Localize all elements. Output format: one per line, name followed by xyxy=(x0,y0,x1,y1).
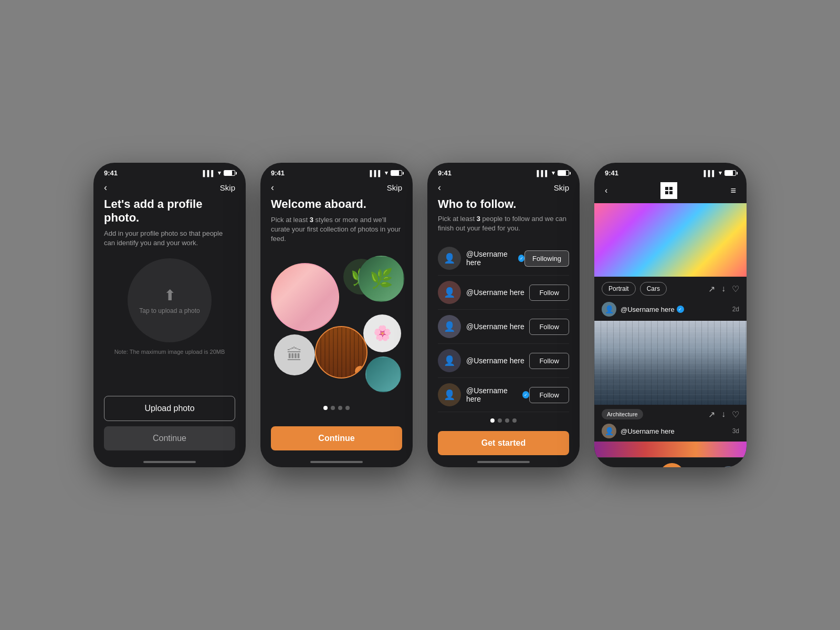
dot-3-3 xyxy=(505,418,509,423)
screens-container: 9:41 ▌▌▌ ▾ ‹ Skip Let's add a profile ph… xyxy=(72,142,768,488)
following-button-1[interactable]: Following xyxy=(524,250,569,267)
dot-3-4 xyxy=(512,418,517,423)
get-started-button[interactable]: Get started xyxy=(438,431,569,455)
tap-upload-label: Tap to upload a photo xyxy=(139,307,200,314)
battery-icon-4 xyxy=(724,170,736,176)
tag-portrait[interactable]: Portrait xyxy=(602,282,636,296)
download-icon[interactable]: ↓ xyxy=(721,284,726,293)
screen3-who-to-follow: 9:41 ▌▌▌ ▾ ‹ Skip Who to follow. Pick at… xyxy=(427,163,580,467)
dot-3-1 xyxy=(490,418,495,423)
style-circle-white-obj[interactable]: 🏛 xyxy=(274,334,315,375)
dot-3 xyxy=(338,406,342,410)
photo-upload-circle[interactable]: ⬆ Tap to upload a photo xyxy=(128,258,212,342)
arch-tag[interactable]: Architecture xyxy=(602,409,643,419)
username-1: @Username here ✓ xyxy=(466,250,524,267)
continue-button-1[interactable]: Continue xyxy=(104,426,235,450)
time-1: 9:41 xyxy=(104,169,118,177)
screen1-content: Let's add a profile photo. Add in your p… xyxy=(93,197,246,457)
dot-4 xyxy=(345,406,350,410)
dots-indicator-2 xyxy=(271,406,402,410)
download-icon-2[interactable]: ↓ xyxy=(721,410,726,419)
screen2-welcome: 9:41 ▌▌▌ ▾ ‹ Skip Welcome aboard. Pick a… xyxy=(260,163,413,467)
screen2-content: Welcome aboard. Pick at least 3 styles o… xyxy=(260,197,413,457)
feed-user-row-1: 👤 @Username here ✓ 2d xyxy=(594,299,747,321)
signal-icon-3: ▌▌▌ xyxy=(537,170,549,176)
share-icon[interactable]: ↗ xyxy=(708,284,715,294)
tag-cars[interactable]: Cars xyxy=(640,282,667,296)
back-button-2[interactable]: ‹ xyxy=(271,182,274,193)
skip-button-1[interactable]: Skip xyxy=(220,183,235,192)
feed-bottom-nav: ⌂ + ♡ 👤 xyxy=(594,457,747,467)
follow-button-3[interactable]: Follow xyxy=(529,319,569,335)
nav-profile-button[interactable]: 👤 xyxy=(720,466,738,467)
follow-item-5: 👤 @Username here ✓ Follow xyxy=(438,378,569,412)
nav-bar-2: ‹ Skip xyxy=(260,179,413,197)
username-3: @Username here xyxy=(466,322,529,331)
wifi-icon-1: ▾ xyxy=(218,170,221,176)
verified-badge-1: ✓ xyxy=(518,255,524,262)
avatar-4: 👤 xyxy=(438,349,461,372)
share-icon-2[interactable]: ↗ xyxy=(708,410,715,419)
follow-button-4[interactable]: Follow xyxy=(529,353,569,369)
feed-user-row-2: 👤 @Username here 3d xyxy=(594,422,747,442)
selected-check-icon: ✓ xyxy=(355,366,365,376)
upload-photo-button[interactable]: Upload photo xyxy=(104,396,235,421)
avatar-3: 👤 xyxy=(438,315,461,338)
feed-time-1: 2d xyxy=(732,306,739,313)
battery-icon-3 xyxy=(558,170,569,176)
status-bar-4: 9:41 ▌▌▌ ▾ xyxy=(594,163,747,179)
wifi-icon-3: ▾ xyxy=(552,170,555,176)
feed-actions: ↗ ↓ ♡ xyxy=(708,284,739,294)
follow-list: 👤 @Username here ✓ Following 👤 @Username… xyxy=(438,242,569,412)
back-button-3[interactable]: ‹ xyxy=(438,182,441,193)
username-2: @Username here xyxy=(466,288,529,297)
home-indicator-3 xyxy=(427,457,580,467)
nav-like-button[interactable]: ♡ xyxy=(691,465,712,467)
nav-search-button[interactable] xyxy=(632,465,653,467)
style-circle-white-plant[interactable]: 🌸 xyxy=(363,314,401,352)
feed-logo-icon xyxy=(660,182,677,199)
dot-2 xyxy=(331,406,335,410)
nav-add-button[interactable]: + xyxy=(660,463,684,467)
nav-home-button[interactable]: ⌂ xyxy=(603,465,624,467)
style-circle-tropical[interactable]: 🌿 xyxy=(358,256,404,302)
style-circle-teal[interactable] xyxy=(365,356,401,392)
screen4-feed: 9:41 ▌▌▌ ▾ ‹ ≡ Portrait Cars xyxy=(594,163,747,467)
style-circle-building[interactable]: ✓ xyxy=(315,326,368,379)
svg-rect-3 xyxy=(669,191,673,194)
follow-button-5[interactable]: Follow xyxy=(529,387,569,403)
dot-3-2 xyxy=(498,418,502,423)
signal-icon-1: ▌▌▌ xyxy=(203,170,215,176)
feed-arch-tags-row: Architecture ↗ ↓ ♡ xyxy=(594,405,747,422)
skip-button-2[interactable]: Skip xyxy=(387,183,402,192)
feed-menu-icon[interactable]: ≡ xyxy=(730,185,736,196)
username-4: @Username here xyxy=(466,356,529,365)
feed-time-2: 3d xyxy=(732,427,739,435)
signal-icon-4: ▌▌▌ xyxy=(704,170,716,176)
svg-rect-0 xyxy=(665,187,668,190)
style-circle-pink[interactable] xyxy=(271,263,339,331)
follow-button-2[interactable]: Follow xyxy=(529,285,569,301)
status-icons-1: ▌▌▌ ▾ xyxy=(203,170,235,176)
signal-icon-2: ▌▌▌ xyxy=(370,170,382,176)
time-4: 9:41 xyxy=(605,169,618,177)
feed-image-colorful xyxy=(594,203,747,277)
feed-username-2: @Username here xyxy=(621,427,728,435)
like-icon[interactable]: ♡ xyxy=(732,284,739,294)
dot-1 xyxy=(323,406,328,410)
status-bar-1: 9:41 ▌▌▌ ▾ xyxy=(93,163,246,179)
home-indicator-1 xyxy=(93,457,246,467)
screen1-profile-photo: 9:41 ▌▌▌ ▾ ‹ Skip Let's add a profile ph… xyxy=(93,163,246,467)
upload-cloud-icon: ⬆ xyxy=(164,287,176,304)
nav-bar-3: ‹ Skip xyxy=(427,179,580,197)
time-3: 9:41 xyxy=(438,169,452,177)
skip-button-3[interactable]: Skip xyxy=(554,183,569,192)
feed-actions-2: ↗ ↓ ♡ xyxy=(708,410,739,419)
time-2: 9:41 xyxy=(271,169,285,177)
feed-back-button[interactable]: ‹ xyxy=(605,186,607,195)
status-icons-2: ▌▌▌ ▾ xyxy=(370,170,402,176)
avatar-5: 👤 xyxy=(438,383,461,406)
like-icon-2[interactable]: ♡ xyxy=(732,410,739,419)
continue-button-2[interactable]: Continue xyxy=(271,426,402,450)
back-button-1[interactable]: ‹ xyxy=(104,182,107,193)
